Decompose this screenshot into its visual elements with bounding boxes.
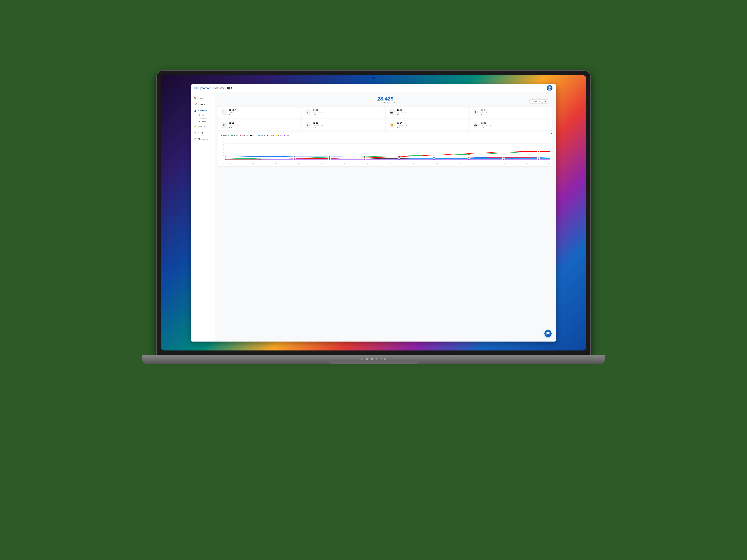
youtube-icon: ▶ xyxy=(305,122,311,128)
sidebar-item-toolbox[interactable]: ✂️ Tool Box xyxy=(191,102,215,107)
sidebar-item-label: Home xyxy=(198,97,203,99)
svg-point-68 xyxy=(468,153,470,154)
sidebar-item-analytics[interactable]: Analytics xyxy=(191,108,215,113)
sidebar-item-learnstuff[interactable]: ⭐ Learn Stuff xyxy=(191,124,215,129)
legend-item-email: Email xyxy=(276,135,282,136)
myaccounts-icon: ⊞ xyxy=(194,138,197,140)
svg-rect-9 xyxy=(195,110,196,112)
x-axis: 8/118/138/158/178/198/218/238/258/278/29… xyxy=(225,163,550,164)
topbar: |rootnote CODa BETA xyxy=(191,84,556,92)
stat-card-facebook[interactable]: f12667LIKES▼ 21 xyxy=(218,107,301,118)
stat-info-instagram: 4286FOLLOWERS▼ 8 xyxy=(396,109,466,115)
svg-point-11 xyxy=(225,156,226,157)
stat-info-facebook: 12667LIKES▼ 21 xyxy=(229,109,298,115)
macbook-notch xyxy=(329,361,418,364)
podcast-icon: 🎙 xyxy=(473,109,479,115)
sidebar-sub-streaming[interactable]: Streaming xyxy=(198,117,215,120)
svg-point-13 xyxy=(293,156,296,157)
perks-icon: 🏷️ xyxy=(194,131,197,134)
sidebar-sub-social[interactable]: Social xyxy=(198,113,215,116)
dark-mode-toggle[interactable] xyxy=(227,87,232,89)
svg-marker-3 xyxy=(198,87,198,89)
svg-rect-10 xyxy=(196,109,196,112)
svg-point-88 xyxy=(468,159,470,160)
macbook-base: MacBook Pro xyxy=(142,355,605,364)
svg-point-12 xyxy=(259,156,261,157)
stat-card-email[interactable]: ✉1904SUBSCRIBERS▼ 10 xyxy=(386,119,468,131)
stat-metric: FOLLOWERS xyxy=(481,125,550,126)
user-avatar[interactable] xyxy=(547,85,552,91)
visibility-icon[interactable]: 👁 xyxy=(550,132,552,135)
stat-change: ▼ 21 xyxy=(229,114,298,115)
chevron-down-icon: ▼ xyxy=(545,101,546,102)
content-inner: 28,429 TOTAL FAN TOUCHPOINTS Aug 11 - To… xyxy=(218,96,552,166)
stat-card-youtube[interactable]: ▶2030SUBSCRIBERS▲ 30 xyxy=(302,119,385,131)
legend-item-spotify: Spotify xyxy=(231,135,238,136)
content-area: 28,429 TOTAL FAN TOUCHPOINTS Aug 11 - To… xyxy=(215,92,556,342)
total-value: 28,429 xyxy=(218,96,552,102)
stat-card-twitter[interactable]: 🐦3096FOLLOWERS▼ 15 xyxy=(218,119,301,131)
analytics-sub: Social Streaming Revenue xyxy=(191,113,215,123)
chart-area xyxy=(225,138,550,162)
sidebar-item-label: My Accounts xyxy=(198,138,209,140)
screen-bezel: |rootnote CODa BETA xyxy=(161,75,586,350)
macbook-label: MacBook Pro xyxy=(360,357,387,361)
stat-change: ▼ 1 xyxy=(481,114,550,115)
svg-point-87 xyxy=(433,159,435,160)
stat-change: ▼ 10 xyxy=(396,127,466,128)
stat-card-podcast[interactable]: 🎙191FOLLOWERS▼ 1 xyxy=(470,107,552,118)
stat-value: 12667 xyxy=(229,109,298,111)
legend-item-twitter: Twitter xyxy=(258,135,265,136)
email-icon: ✉ xyxy=(389,122,395,128)
stat-card-instagram[interactable]: 📷4286FOLLOWERS▼ 8 xyxy=(386,107,468,118)
stat-info-email: 1904SUBSCRIBERS▼ 10 xyxy=(396,122,466,128)
sidebar-item-label: Tool Box xyxy=(198,103,206,106)
stat-card-twitch[interactable]: 📺1125FOLLOWERS▲ 16 xyxy=(470,119,552,131)
sidebar-item-myaccounts[interactable]: ⊞ My Accounts xyxy=(191,136,215,142)
macbook-frame: |rootnote CODa BETA xyxy=(134,71,613,489)
svg-rect-2 xyxy=(197,87,197,89)
stat-card-spotify[interactable]: ♫3130FOLLOWERS▲ 69 xyxy=(302,107,385,118)
spotify-icon: ♫ xyxy=(305,109,311,115)
chart-container: 👁 FacebookSpotifyInstagramTikTokTwitterY… xyxy=(218,132,552,166)
svg-rect-7 xyxy=(194,111,195,112)
learnstuff-icon: ⭐ xyxy=(194,125,197,128)
twitter-icon: 🐦 xyxy=(221,122,227,128)
svg-point-66 xyxy=(398,156,400,157)
sidebar-item-label: Perks xyxy=(198,132,203,134)
svg-point-69 xyxy=(503,152,505,152)
stat-change: ▲ 30 xyxy=(313,127,382,128)
stat-change: ▲ 69 xyxy=(313,114,382,115)
total-label: TOTAL FAN TOUCHPOINTS xyxy=(218,102,552,104)
date-range-text: Aug 11 - Today xyxy=(532,101,543,103)
stat-metric: SUBSCRIBERS xyxy=(396,125,466,126)
touchpoints-header: 28,429 TOTAL FAN TOUCHPOINTS xyxy=(218,96,552,104)
svg-rect-8 xyxy=(195,110,195,112)
svg-point-67 xyxy=(433,155,435,156)
sidebar-item-home[interactable]: 🏠 Home xyxy=(191,95,215,101)
stat-change: ▼ 15 xyxy=(229,127,298,128)
stat-metric: FOLLOWERS xyxy=(481,112,550,113)
sidebar-sub-revenue[interactable]: Revenue xyxy=(198,120,215,123)
logo-text: |rootnote xyxy=(200,87,211,90)
logo: |rootnote xyxy=(195,87,211,90)
camera xyxy=(372,77,375,79)
chat-button[interactable] xyxy=(544,330,551,337)
svg-point-70 xyxy=(537,151,540,152)
chart-legend: FacebookSpotifyInstagramTikTokTwitterYou… xyxy=(221,135,550,136)
y-axis: 80706050403020100-10 xyxy=(221,138,225,164)
legend-item-youtube: Youtube xyxy=(267,135,274,136)
stats-grid-row1: f12667LIKES▼ 21♫3130FOLLOWERS▲ 69📷4286FO… xyxy=(218,107,552,118)
chart-wrap: 80706050403020100-10 8/118/138/158/178/1… xyxy=(221,138,550,164)
svg-point-85 xyxy=(363,159,365,160)
stat-value: 191 xyxy=(481,109,550,111)
svg-point-84 xyxy=(328,159,331,160)
svg-point-81 xyxy=(225,159,226,160)
screen-wrapper: |rootnote CODa BETA xyxy=(157,71,590,355)
sidebar-item-perks[interactable]: 🏷️ Perks xyxy=(191,130,215,136)
svg-point-82 xyxy=(259,159,261,160)
instagram-icon: 📷 xyxy=(389,109,395,115)
svg-point-83 xyxy=(293,159,296,160)
date-picker[interactable]: Aug 11 - Today ▼ xyxy=(530,100,548,104)
svg-point-24 xyxy=(328,157,331,158)
